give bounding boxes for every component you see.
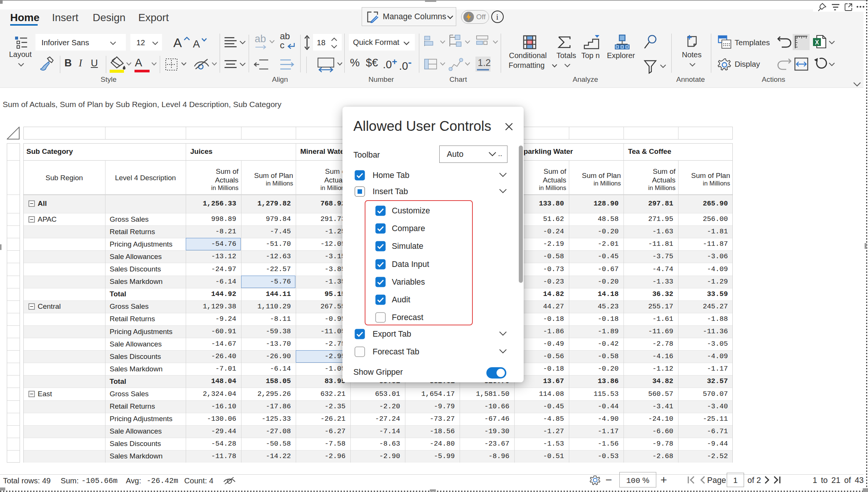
svg-text:X: X xyxy=(815,39,819,46)
